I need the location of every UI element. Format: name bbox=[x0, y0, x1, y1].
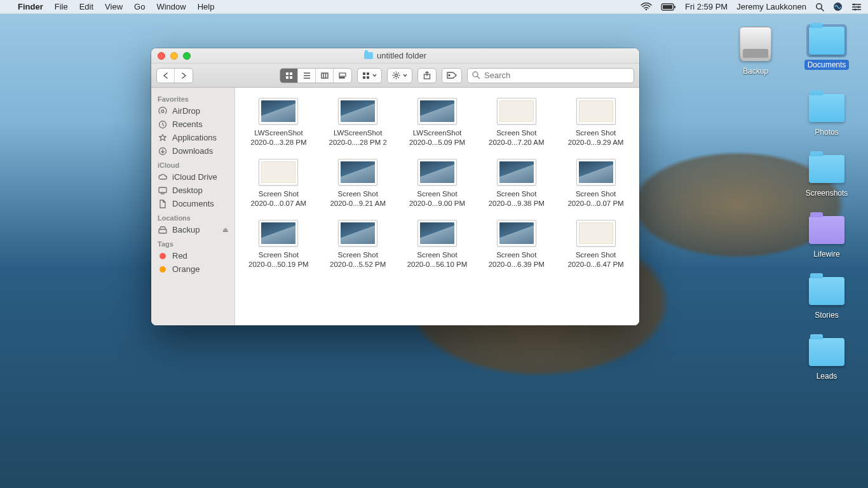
document-icon bbox=[158, 200, 168, 208]
sidebar-item-backup[interactable]: Backup bbox=[151, 223, 234, 236]
drive-icon bbox=[740, 27, 771, 61]
file-item[interactable]: Screen Shot 2020-0...5.52 PM bbox=[321, 220, 395, 269]
file-thumbnail bbox=[576, 159, 616, 186]
desktop-icons: Backup Documents Photos Screenshots Life… bbox=[731, 24, 851, 381]
sidebar-header-locations: Locations bbox=[151, 210, 234, 223]
file-item[interactable]: Screen Shot 2020-0...9.38 PM bbox=[479, 159, 553, 208]
menu-clock[interactable]: Fri 2:59 PM bbox=[685, 2, 728, 11]
window-titlebar[interactable]: untitled folder bbox=[151, 48, 639, 64]
battery-icon[interactable] bbox=[661, 3, 676, 11]
menu-file[interactable]: File bbox=[55, 2, 68, 11]
back-button[interactable] bbox=[157, 69, 175, 83]
desktop-label: Leads bbox=[813, 371, 841, 381]
forward-button[interactable] bbox=[175, 69, 193, 83]
file-name: Screen Shot 2020-0...56.10 PM bbox=[407, 250, 468, 269]
desktop-folder-documents[interactable]: Documents bbox=[802, 24, 851, 76]
file-item[interactable]: Screen Shot 2020-0...0.07 AM bbox=[241, 159, 316, 208]
desktop-label: Documents bbox=[804, 60, 850, 70]
view-list-button[interactable] bbox=[298, 69, 316, 83]
menu-help[interactable]: Help bbox=[198, 2, 215, 11]
sidebar-item-downloads[interactable]: Downloads bbox=[151, 144, 234, 158]
sidebar-tag-red[interactable]: Red bbox=[151, 249, 234, 262]
view-gallery-button[interactable] bbox=[334, 69, 351, 83]
sidebar-item-recents[interactable]: Recents bbox=[151, 118, 234, 131]
sidebar-item-airdrop[interactable]: AirDrop bbox=[151, 104, 234, 118]
desktop-folder-stories[interactable]: Stories bbox=[802, 274, 851, 320]
file-name: Screen Shot 2020-0...9.21 AM bbox=[330, 189, 386, 208]
clock-icon bbox=[158, 120, 168, 129]
file-item[interactable]: Screen Shot 2020-0...9.21 AM bbox=[321, 159, 395, 208]
file-item[interactable]: LWScreenShot 2020-0...3.28 PM bbox=[241, 98, 316, 147]
desktop-folder-photos[interactable]: Photos bbox=[802, 92, 851, 137]
tags-button[interactable] bbox=[442, 68, 462, 83]
file-item[interactable]: Screen Shot 2020-0...9.29 AM bbox=[559, 98, 633, 147]
drive-icon bbox=[158, 226, 168, 234]
window-close-button[interactable] bbox=[158, 52, 165, 60]
svg-rect-26 bbox=[343, 77, 344, 78]
menu-go[interactable]: Go bbox=[134, 2, 145, 11]
sidebar-item-desktop[interactable]: Desktop bbox=[151, 184, 234, 197]
file-item[interactable]: LWScreenShot 2020-0...5.09 PM bbox=[400, 98, 475, 147]
view-icons-button[interactable] bbox=[280, 69, 298, 83]
sidebar-item-icloud-drive[interactable]: iCloud Drive bbox=[151, 170, 234, 184]
file-name: Screen Shot 2020-0...0.07 AM bbox=[251, 189, 307, 208]
control-center-icon[interactable] bbox=[851, 3, 862, 11]
svg-point-41 bbox=[449, 75, 450, 76]
share-button[interactable] bbox=[417, 68, 437, 83]
svg-point-12 bbox=[854, 8, 856, 10]
search-input[interactable] bbox=[467, 68, 634, 83]
siri-icon[interactable] bbox=[833, 2, 843, 11]
svg-rect-16 bbox=[290, 76, 292, 79]
file-item[interactable]: Screen Shot 2020-0...7.20 AM bbox=[479, 98, 553, 147]
menu-window[interactable]: Window bbox=[156, 2, 186, 11]
svg-line-36 bbox=[393, 72, 394, 73]
arrange-button[interactable] bbox=[357, 68, 382, 83]
svg-rect-30 bbox=[367, 76, 369, 79]
svg-rect-14 bbox=[290, 72, 292, 75]
sidebar-label: AirDrop bbox=[172, 106, 200, 116]
file-thumbnail bbox=[576, 220, 616, 247]
file-item[interactable]: Screen Shot 2020-0...6.39 PM bbox=[479, 220, 553, 269]
window-zoom-button[interactable] bbox=[183, 52, 191, 60]
window-minimize-button[interactable] bbox=[170, 52, 178, 60]
app-name[interactable]: Finder bbox=[18, 2, 43, 11]
file-item[interactable]: Screen Shot 2020-0...56.10 PM bbox=[400, 220, 475, 269]
folder-icon bbox=[809, 216, 844, 244]
sidebar-tag-orange[interactable]: Orange bbox=[151, 262, 234, 276]
folder-icon bbox=[809, 338, 844, 366]
file-item[interactable]: Screen Shot 2020-0...6.47 PM bbox=[559, 220, 633, 269]
file-name: Screen Shot 2020-0...6.39 PM bbox=[489, 250, 545, 269]
wifi-icon[interactable] bbox=[641, 3, 652, 11]
file-thumbnail bbox=[259, 159, 298, 186]
spotlight-icon[interactable] bbox=[815, 3, 824, 11]
desktop-drive-backup[interactable]: Backup bbox=[731, 24, 780, 76]
file-thumbnail bbox=[417, 98, 457, 125]
desktop-folder-lifewire[interactable]: Lifewire bbox=[802, 214, 851, 259]
search-field[interactable] bbox=[467, 68, 634, 83]
action-button[interactable] bbox=[387, 68, 412, 83]
menu-user[interactable]: Jeremy Laukkonen bbox=[736, 2, 806, 11]
view-columns-button[interactable] bbox=[316, 69, 334, 83]
finder-content[interactable]: LWScreenShot 2020-0...3.28 PM LWScreenSh… bbox=[235, 88, 639, 325]
sidebar-header-tags: Tags bbox=[151, 236, 234, 249]
file-thumbnail bbox=[497, 98, 536, 125]
sidebar-item-documents[interactable]: Documents bbox=[151, 197, 234, 210]
file-item[interactable]: LWScreenShot 2020-0....28 PM 2 bbox=[321, 98, 395, 147]
downloads-icon bbox=[158, 147, 168, 156]
window-title: untitled folder bbox=[377, 51, 426, 60]
file-thumbnail bbox=[417, 159, 457, 186]
view-mode-segment bbox=[280, 68, 352, 83]
desktop-folder-leads[interactable]: Leads bbox=[802, 336, 851, 381]
tag-icon bbox=[447, 72, 457, 79]
desktop-folder-screenshots[interactable]: Screenshots bbox=[802, 152, 851, 198]
file-item[interactable]: Screen Shot 2020-0...0.07 PM bbox=[559, 159, 633, 208]
desktop-icon bbox=[158, 187, 168, 194]
file-item[interactable]: Screen Shot 2020-0...50.19 PM bbox=[241, 220, 316, 269]
desktop-label: Lifewire bbox=[810, 249, 843, 259]
file-item[interactable]: Screen Shot 2020-0...9.00 PM bbox=[400, 159, 475, 208]
airdrop-icon bbox=[158, 107, 168, 116]
menu-view[interactable]: View bbox=[105, 2, 123, 11]
sidebar-item-applications[interactable]: Applications bbox=[151, 131, 234, 144]
menu-edit[interactable]: Edit bbox=[79, 2, 93, 11]
finder-toolbar bbox=[151, 64, 639, 88]
